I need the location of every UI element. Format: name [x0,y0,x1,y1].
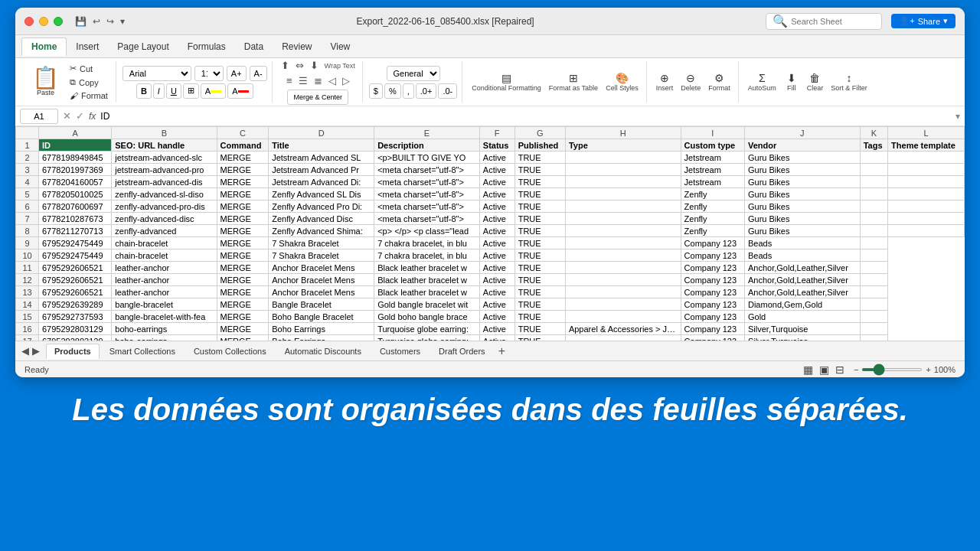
prev-sheet-icon[interactable]: ◀ [21,345,29,357]
table-cell[interactable] [565,225,681,237]
col-l[interactable]: L [888,127,965,139]
sheet-tab-smart-collections[interactable]: Smart Collections [101,344,184,359]
table-cell[interactable]: Gold [744,311,860,323]
table-cell[interactable] [888,188,965,201]
table-cell[interactable]: TRUE [514,213,565,225]
table-cell[interactable]: 6778198949845 [39,152,112,164]
table-cell[interactable] [888,213,965,225]
table-cell[interactable]: Title [269,139,374,152]
table-cell[interactable]: 6795292737593 [39,311,112,323]
table-cell[interactable]: Active [479,286,514,298]
italic-button[interactable]: I [153,83,165,99]
col-j[interactable]: J [744,127,860,139]
table-cell[interactable]: Anchor,Gold,Leather,Silver [744,286,860,298]
table-cell[interactable]: 6778210287673 [39,213,112,225]
maximize-button[interactable] [54,17,63,26]
table-cell[interactable] [860,274,887,286]
align-left-button[interactable]: ≡ [284,74,295,87]
table-cell[interactable]: Zenfly Advanced Shima: [269,225,374,237]
formula-input[interactable] [100,111,951,122]
table-cell[interactable]: jetstream-advanced-slc [112,152,217,164]
table-cell[interactable]: Jetstream Advanced SL [269,152,374,164]
table-cell[interactable]: Active [479,213,514,225]
share-button[interactable]: 👤+ Share ▾ [891,14,956,28]
table-cell[interactable]: Company 123 [681,249,744,262]
table-cell[interactable]: Type [565,139,681,152]
table-cell[interactable]: Custom type [681,139,744,152]
table-cell[interactable]: Zenfly [681,213,744,225]
table-cell[interactable]: Company 123 [681,335,744,341]
table-cell[interactable]: bangle-bracelet [112,298,217,311]
cell-styles-button[interactable]: 🎨 Cell Styles [603,70,642,93]
table-cell[interactable] [860,249,887,262]
table-cell[interactable]: Boho Bangle Bracelet [269,311,374,323]
paste-button[interactable]: 📋 Paste [26,66,65,98]
underline-button[interactable]: U [166,83,181,99]
col-c[interactable]: C [217,127,269,139]
tab-review[interactable]: Review [273,38,321,55]
align-right-button[interactable]: ≣ [312,74,325,87]
table-cell[interactable]: Gold bangle bracelet wit [374,298,480,311]
number-format-dropdown[interactable]: General [387,66,440,81]
table-cell[interactable]: Active [479,249,514,262]
table-cell[interactable]: MERGE [217,176,269,188]
save-icon[interactable]: 💾 [75,16,87,27]
merge-center-button[interactable]: Merge & Center [287,90,348,105]
table-cell[interactable]: Theme template [888,139,965,152]
table-cell[interactable]: 7 Shakra Bracelet [269,237,374,249]
close-button[interactable] [24,17,34,26]
next-sheet-icon[interactable]: ▶ [32,345,40,357]
table-cell[interactable]: leather-anchor [112,262,217,274]
table-cell[interactable]: Company 123 [681,274,744,286]
table-cell[interactable]: Tags [860,139,887,152]
table-cell[interactable]: 6778211270713 [39,225,112,237]
table-cell[interactable]: ID [39,139,112,152]
table-cell[interactable]: Apparel & Accessories > Jewelry > Earrin… [565,323,681,335]
table-cell[interactable]: boho-earrings [112,335,217,341]
table-cell[interactable] [565,335,681,341]
table-cell[interactable]: 7 chakra bracelet, in blu [374,237,480,249]
table-cell[interactable]: Active [479,323,514,335]
table-cell[interactable]: Company 123 [681,311,744,323]
wrap-text-button[interactable]: Wrap Text [322,61,358,70]
table-cell[interactable]: MERGE [217,335,269,341]
table-cell[interactable]: MERGE [217,188,269,201]
conditional-formatting-button[interactable]: ▤ Conditional Formatting [469,70,544,93]
tab-home[interactable]: Home [21,37,67,56]
table-cell[interactable]: Company 123 [681,323,744,335]
table-cell[interactable]: MERGE [217,201,269,213]
delete-button[interactable]: ⊖ Delete [678,70,704,93]
table-cell[interactable]: Active [479,237,514,249]
table-cell[interactable]: Anchor,Gold,Leather,Silver [744,274,860,286]
table-cell[interactable]: bangle-bracelet-with-fea [112,311,217,323]
table-cell[interactable]: Jetstream [681,152,744,164]
table-cell[interactable]: <meta charset="utf-8"> [374,176,480,188]
col-i[interactable]: I [681,127,744,139]
increase-decimal-button[interactable]: .0+ [416,83,437,99]
table-cell[interactable]: MERGE [217,311,269,323]
table-cell[interactable]: Jetstream [681,176,744,188]
table-cell[interactable] [860,225,887,237]
table-cell[interactable] [860,152,887,164]
table-cell[interactable]: TRUE [514,176,565,188]
table-cell[interactable]: Boho Earrings [269,323,374,335]
col-f[interactable]: F [479,127,514,139]
tab-insert[interactable]: Insert [67,38,108,55]
table-cell[interactable]: Anchor Bracelet Mens [269,262,374,274]
table-cell[interactable]: 6795292606521 [39,286,112,298]
table-cell[interactable]: leather-anchor [112,274,217,286]
table-cell[interactable] [565,164,681,176]
table-cell[interactable] [565,188,681,201]
table-cell[interactable]: Zenfly [681,188,744,201]
table-cell[interactable]: Active [479,164,514,176]
table-cell[interactable]: MERGE [217,237,269,249]
table-cell[interactable]: Guru Bikes [744,164,860,176]
align-bottom-button[interactable]: ⬇ [308,59,321,72]
table-cell[interactable]: MERGE [217,225,269,237]
percent-button[interactable]: % [384,83,401,99]
table-cell[interactable] [565,274,681,286]
table-cell[interactable]: Black leather bracelet w [374,274,480,286]
zoom-in-icon[interactable]: + [926,365,930,374]
table-cell[interactable]: Guru Bikes [744,225,860,237]
table-cell[interactable] [565,298,681,311]
